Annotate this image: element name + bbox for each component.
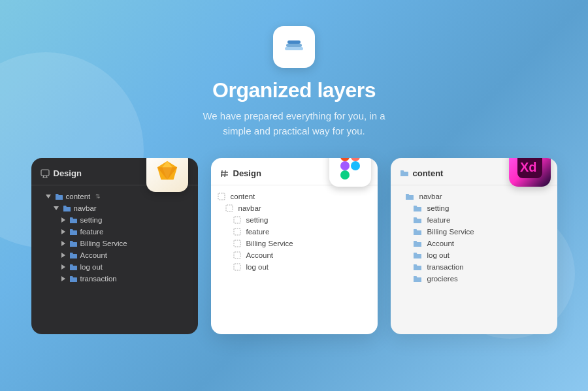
tree-item: Billing Service bbox=[211, 238, 378, 249]
folder-icon bbox=[413, 264, 422, 271]
header: Organized layers We have prepared everyt… bbox=[0, 0, 588, 138]
folder-icon bbox=[69, 240, 78, 247]
folder-icon bbox=[413, 275, 422, 283]
tree-item: content ⇅ bbox=[31, 191, 198, 202]
figma-card: Design content navbar setting bbox=[211, 158, 378, 334]
svg-rect-10 bbox=[340, 158, 350, 161]
dotted-rect-icon bbox=[233, 240, 241, 247]
dotted-rect-icon bbox=[233, 216, 241, 224]
svg-rect-14 bbox=[340, 170, 350, 180]
monitor-icon bbox=[41, 169, 50, 178]
folder-icon bbox=[69, 228, 78, 236]
folder-icon bbox=[413, 252, 422, 259]
svg-rect-12 bbox=[340, 161, 350, 170]
dotted-rect-icon bbox=[233, 251, 241, 259]
tree-item: transaction bbox=[31, 273, 198, 285]
xd-app-icon: Xd bbox=[509, 158, 551, 187]
tree-item: feature bbox=[31, 226, 198, 238]
tree-item: Billing Service bbox=[31, 238, 198, 249]
tree-item: transaction bbox=[391, 261, 557, 273]
arrow-right-icon bbox=[61, 264, 65, 270]
folder-icon bbox=[413, 228, 422, 236]
arrow-down-icon bbox=[54, 206, 59, 210]
tree-item: grocieres bbox=[391, 273, 557, 285]
svg-rect-13 bbox=[351, 161, 360, 170]
svg-rect-24 bbox=[234, 252, 240, 258]
tree-item: navbar bbox=[31, 202, 198, 214]
sketch-tree: content ⇅ navbar setting bbox=[31, 185, 198, 290]
page-subtitle: We have prepared everything for you, in … bbox=[0, 109, 588, 138]
tree-item: feature bbox=[391, 214, 557, 226]
svg-rect-21 bbox=[234, 217, 240, 223]
tree-item: setting bbox=[211, 214, 378, 226]
dotted-rect-icon bbox=[218, 193, 225, 200]
page-title: Organized layers bbox=[0, 78, 588, 102]
sketch-card: Design content ⇅ navbar bbox=[31, 158, 198, 334]
figma-tree: content navbar setting feature bbox=[211, 185, 378, 278]
folder-icon bbox=[69, 264, 78, 271]
folder-icon bbox=[55, 193, 63, 200]
dotted-rect-icon bbox=[233, 228, 241, 236]
tree-item: log out bbox=[211, 261, 378, 273]
xd-card: Xd content navbar setting bbox=[391, 158, 557, 334]
tree-item: Account bbox=[391, 238, 557, 249]
folder-icon bbox=[63, 205, 71, 212]
folder-icon bbox=[69, 217, 78, 224]
sort-icon: ⇅ bbox=[95, 193, 101, 200]
svg-rect-2 bbox=[287, 40, 301, 44]
svg-rect-6 bbox=[41, 170, 49, 176]
svg-rect-0 bbox=[285, 47, 303, 50]
svg-rect-22 bbox=[234, 228, 240, 235]
folder-icon bbox=[400, 170, 409, 177]
tree-item: navbar bbox=[391, 191, 557, 202]
tree-item: setting bbox=[391, 202, 557, 214]
tree-item: log out bbox=[31, 261, 198, 273]
svg-rect-20 bbox=[226, 205, 233, 211]
arrow-right-icon bbox=[61, 276, 65, 281]
figma-app-icon bbox=[329, 158, 371, 187]
sketch-app-icon bbox=[146, 158, 188, 192]
tree-item: navbar bbox=[211, 202, 378, 214]
svg-rect-19 bbox=[218, 193, 225, 200]
svg-line-16 bbox=[225, 170, 225, 177]
tree-item: feature bbox=[211, 226, 378, 238]
xd-tree: navbar setting feature Billing Service bbox=[391, 185, 557, 290]
folder-icon bbox=[413, 217, 422, 224]
arrow-right-icon bbox=[61, 217, 65, 223]
hash-icon bbox=[220, 169, 229, 178]
sketch-header-label: Design bbox=[54, 168, 82, 178]
folder-icon bbox=[69, 275, 78, 283]
svg-rect-11 bbox=[351, 158, 360, 161]
folder-icon bbox=[405, 193, 414, 200]
svg-rect-23 bbox=[234, 240, 240, 247]
header-icon bbox=[273, 26, 315, 68]
folder-icon bbox=[69, 252, 78, 259]
tree-item: log out bbox=[391, 249, 557, 261]
folder-icon bbox=[413, 205, 422, 212]
svg-text:Xd: Xd bbox=[520, 160, 537, 174]
svg-rect-25 bbox=[234, 264, 240, 270]
cards-container: Design content ⇅ navbar bbox=[0, 138, 588, 334]
arrow-right-icon bbox=[61, 229, 65, 234]
tree-item: setting bbox=[31, 214, 198, 226]
arrow-right-icon bbox=[61, 241, 65, 246]
arrow-down-icon bbox=[46, 195, 51, 198]
folder-icon bbox=[413, 240, 422, 247]
tree-item: Account bbox=[31, 249, 198, 261]
dotted-rect-icon bbox=[233, 263, 241, 271]
xd-header-label: content bbox=[413, 168, 444, 178]
dotted-rect-icon bbox=[225, 204, 233, 212]
svg-line-15 bbox=[221, 170, 222, 177]
tree-item: Billing Service bbox=[391, 226, 557, 238]
figma-header-label: Design bbox=[233, 168, 261, 178]
tree-item: content bbox=[211, 191, 378, 202]
arrow-right-icon bbox=[61, 253, 65, 258]
svg-rect-1 bbox=[286, 44, 302, 47]
tree-item: Account bbox=[211, 249, 378, 261]
